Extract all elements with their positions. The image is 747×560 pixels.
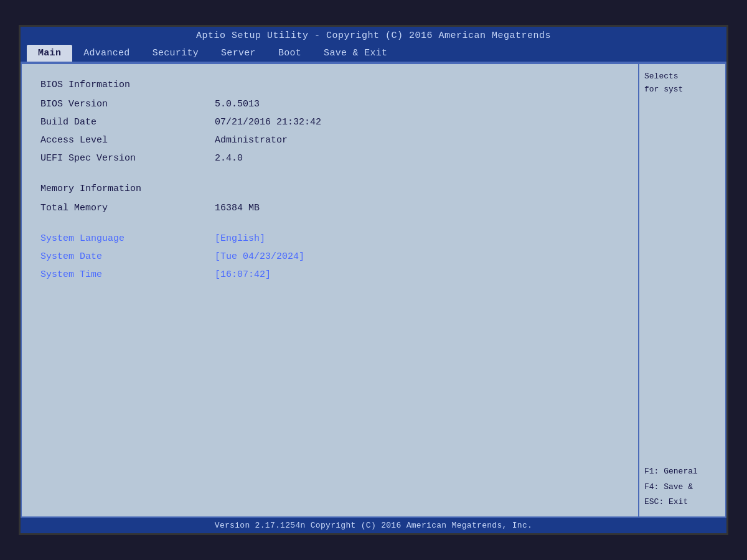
help-top-text: Selectsfor syst [644, 70, 720, 96]
system-date-row[interactable]: System Date [Tue 04/23/2024] [40, 248, 619, 265]
help-panel: Selectsfor syst F1: General F4: Save & E… [638, 64, 725, 516]
esc-exit: ESC: Exit [644, 495, 720, 510]
memory-section-header: Memory Information [40, 180, 619, 197]
access-level-label: Access Level [40, 132, 215, 149]
title-bar: Aptio Setup Utility - Copyright (C) 2016… [21, 27, 726, 45]
tab-boot[interactable]: Boot [267, 45, 312, 62]
build-date-row: Build Date 07/21/2016 21:32:42 [40, 114, 619, 131]
bios-screen: Aptio Setup Utility - Copyright (C) 2016… [19, 25, 728, 535]
help-selects: Selectsfor syst [644, 72, 683, 94]
status-bar: Version 2.17.1254n Copyright (C) 2016 Am… [21, 518, 726, 533]
access-level-row: Access Level Administrator [40, 132, 619, 149]
uefi-spec-value: 2.4.0 [215, 150, 243, 167]
tab-server[interactable]: Server [210, 45, 267, 62]
content-wrapper: BIOS Information BIOS Version 5.0.5013 B… [21, 63, 726, 518]
tab-security[interactable]: Security [141, 45, 210, 62]
f4-save: F4: Save & [644, 480, 720, 495]
total-memory-row: Total Memory 16384 MB [40, 200, 619, 217]
system-language-label: System Language [40, 230, 215, 247]
uefi-spec-label: UEFI Spec Version [40, 150, 215, 167]
bios-section-header: BIOS Information [40, 77, 619, 93]
uefi-spec-row: UEFI Spec Version 2.4.0 [40, 150, 619, 167]
main-panel: BIOS Information BIOS Version 5.0.5013 B… [22, 64, 638, 516]
system-time-row[interactable]: System Time [16:07:42] [40, 266, 619, 283]
tab-save-exit[interactable]: Save & Exit [312, 45, 398, 62]
system-language-row[interactable]: System Language [English] [40, 230, 619, 247]
help-shortcuts: F1: General F4: Save & ESC: Exit [644, 464, 720, 510]
system-time-value: [16:07:42] [215, 266, 271, 283]
bios-version-row: BIOS Version 5.0.5013 [40, 96, 619, 113]
system-time-label: System Time [40, 266, 215, 283]
tab-advanced[interactable]: Advanced [72, 45, 141, 62]
tab-main[interactable]: Main [27, 45, 72, 62]
bios-version-value: 5.0.5013 [215, 96, 260, 113]
access-level-value: Administrator [215, 132, 288, 149]
title-text: Aptio Setup Utility - Copyright (C) 2016… [196, 30, 551, 41]
total-memory-label: Total Memory [40, 200, 215, 217]
build-date-label: Build Date [40, 114, 215, 131]
f1-help: F1: General [644, 464, 720, 480]
build-date-value: 07/21/2016 21:32:42 [215, 114, 321, 131]
system-date-value: [Tue 04/23/2024] [215, 248, 304, 265]
spacer-2 [40, 218, 619, 230]
system-language-value: [English] [215, 230, 265, 247]
bios-version-label: BIOS Version [40, 96, 215, 113]
total-memory-value: 16384 MB [215, 200, 260, 217]
nav-bar: Main Advanced Security Server Boot Save … [21, 45, 726, 63]
system-date-label: System Date [40, 248, 215, 265]
status-text: Version 2.17.1254n Copyright (C) 2016 Am… [215, 521, 532, 530]
spacer-1 [40, 168, 619, 180]
